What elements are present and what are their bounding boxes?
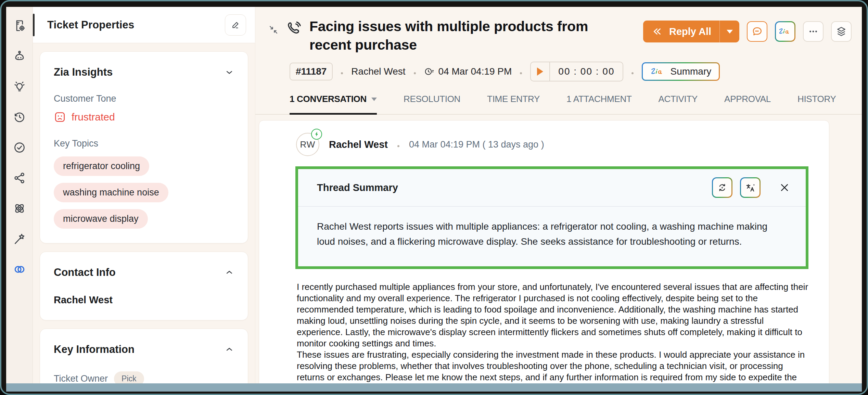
- refresh-sparkle-icon: [717, 182, 727, 193]
- history-icon[interactable]: [12, 110, 27, 124]
- reply-all-label: Reply All: [669, 26, 711, 37]
- zia-logo-icon: [650, 67, 665, 76]
- pick-owner-button[interactable]: Pick: [114, 371, 144, 383]
- crm-link-icon[interactable]: [12, 262, 27, 277]
- timer-value: 00 : 00 : 00: [550, 66, 623, 77]
- tab-resolution[interactable]: RESOLUTION: [404, 94, 460, 114]
- thread-summary-text: Rachel West reports issues with multiple…: [298, 207, 806, 266]
- zia-logo-icon: [778, 27, 792, 36]
- key-information-title: Key Information: [54, 343, 135, 356]
- conversation-card: RW Rachel West 04 Mar 04:19 PM ( 13 days…: [259, 120, 829, 383]
- app-content: Ticket Properties Zia Insights Customer …: [6, 7, 862, 383]
- collapse-icon[interactable]: [268, 25, 279, 35]
- reply-all-icon: [651, 25, 664, 38]
- close-summary-button[interactable]: [777, 180, 792, 195]
- message-paragraph: I recently purchased multiple appliances…: [297, 281, 808, 349]
- message-paragraph: These issues are frustrating, especially…: [297, 349, 808, 383]
- caret-down-icon: [371, 98, 377, 101]
- key-topics-list: refrigerator cooling washing machine noi…: [54, 156, 234, 229]
- tab-activity[interactable]: ACTIVITY: [658, 94, 698, 114]
- summary-button-label: Summary: [670, 66, 711, 77]
- dot-separator: [414, 72, 416, 74]
- clock-icon: [424, 66, 434, 77]
- tab-approval[interactable]: APPROVAL: [724, 94, 771, 114]
- chevron-up-icon[interactable]: [225, 268, 234, 277]
- tab-attachment[interactable]: 1 ATTACHMENT: [566, 94, 631, 114]
- tab-conversation[interactable]: 1 CONVERSATION: [290, 94, 377, 114]
- chevron-up-icon[interactable]: [225, 345, 234, 354]
- tone-text: frustrated: [72, 111, 115, 123]
- ticket-meta-row: #11187 Rachel West 04 Mar 04:19 PM 00 : …: [255, 62, 862, 81]
- zia-insights-card: Zia Insights Customer Tone frustrated Ke…: [40, 51, 248, 243]
- key-information-card: Key Information Ticket Owner Pick: [40, 329, 248, 383]
- play-icon: [537, 67, 543, 76]
- message-author[interactable]: Rachel West: [329, 139, 388, 150]
- translate-icon: [745, 182, 755, 193]
- ticket-title: Facing issues with multiple products fro…: [309, 17, 617, 54]
- reply-all-button[interactable]: Reply All: [643, 21, 739, 42]
- sidebar-header: Ticket Properties: [33, 7, 255, 43]
- chevron-down-icon[interactable]: [225, 67, 234, 77]
- header-actions: Reply All: [643, 17, 852, 42]
- customer-tone-label: Customer Tone: [54, 93, 234, 104]
- topic-chip: refrigerator cooling: [54, 156, 149, 176]
- time-tracking-widget[interactable]: 00 : 00 : 00: [530, 62, 623, 81]
- bolt-icon: [314, 131, 319, 137]
- tasks-check-icon[interactable]: [12, 140, 27, 155]
- pencil-icon: [231, 20, 240, 30]
- topic-chip: microwave display: [54, 209, 148, 229]
- dot-separator: [631, 72, 634, 74]
- topic-chip: washing machine noise: [54, 183, 168, 202]
- zia-insights-title: Zia Insights: [54, 66, 113, 78]
- translate-summary-button[interactable]: [740, 177, 761, 198]
- layers-icon: [835, 26, 847, 37]
- phone-channel-icon: [286, 21, 302, 36]
- caret-down-icon: [727, 30, 733, 34]
- ticket-properties-panel: Ticket Properties Zia Insights Customer …: [33, 7, 255, 383]
- message-timestamp: 04 Mar 04:19 PM ( 13 days ago ): [409, 139, 544, 150]
- insights-bulb-icon[interactable]: [12, 79, 27, 94]
- ellipsis-icon: [807, 26, 819, 37]
- message-body: I recently purchased multiple appliances…: [297, 281, 808, 383]
- more-actions-button[interactable]: [803, 21, 824, 42]
- thread-summary-title: Thread Summary: [317, 182, 712, 193]
- customer-tone-value: frustrated: [54, 111, 234, 123]
- edit-properties-button[interactable]: [225, 14, 246, 36]
- key-topics-label: Key Topics: [54, 138, 234, 149]
- sad-face-icon: [54, 111, 66, 123]
- layers-button[interactable]: [831, 21, 852, 42]
- integrations-atom-icon[interactable]: [12, 201, 27, 216]
- ticket-owner-label: Ticket Owner: [54, 373, 108, 383]
- created-time: 04 Mar 04:19 PM: [424, 66, 512, 77]
- contact-info-title: Contact Info: [54, 266, 116, 279]
- ticket-properties-icon[interactable]: [12, 18, 27, 33]
- tab-history[interactable]: HISTORY: [797, 94, 836, 114]
- tab-time-entry[interactable]: TIME ENTRY: [487, 94, 540, 114]
- comment-button[interactable]: [747, 21, 767, 42]
- automation-wand-icon[interactable]: [12, 232, 27, 246]
- window-bottom-bar: [6, 383, 862, 392]
- timer-play-button[interactable]: [531, 62, 550, 81]
- message-header: RW Rachel West 04 Mar 04:19 PM ( 13 days…: [296, 133, 816, 156]
- zia-bot-icon[interactable]: [12, 49, 27, 63]
- dot-separator: [397, 145, 399, 147]
- ticket-tabs: 1 CONVERSATION RESOLUTION TIME ENTRY 1 A…: [255, 94, 862, 115]
- comment-bubble-icon: [751, 26, 763, 37]
- sidebar-scrollbar-thumb[interactable]: [33, 14, 35, 36]
- regenerate-summary-button[interactable]: [712, 177, 732, 198]
- sidebar-body: Zia Insights Customer Tone frustrated Ke…: [33, 43, 255, 383]
- channel-bolt-badge: [311, 129, 322, 140]
- requester-name[interactable]: Rachel West: [351, 66, 405, 77]
- reply-options-dropdown[interactable]: [719, 21, 739, 42]
- dot-separator: [520, 72, 522, 74]
- thread-summary-box: Thread Summary: [295, 166, 808, 269]
- contact-info-card: Contact Info Rachel West: [40, 252, 248, 320]
- zia-summary-button[interactable]: Summary: [642, 62, 720, 81]
- app-window: Ticket Properties Zia Insights Customer …: [0, 0, 868, 395]
- ticket-id-badge: #11187: [290, 63, 333, 80]
- ticket-detail-main: Facing issues with multiple products fro…: [255, 7, 862, 383]
- share-icon[interactable]: [12, 171, 27, 185]
- panel-title: Ticket Properties: [47, 19, 225, 31]
- contact-name[interactable]: Rachel West: [54, 294, 234, 306]
- zia-button[interactable]: [775, 21, 795, 42]
